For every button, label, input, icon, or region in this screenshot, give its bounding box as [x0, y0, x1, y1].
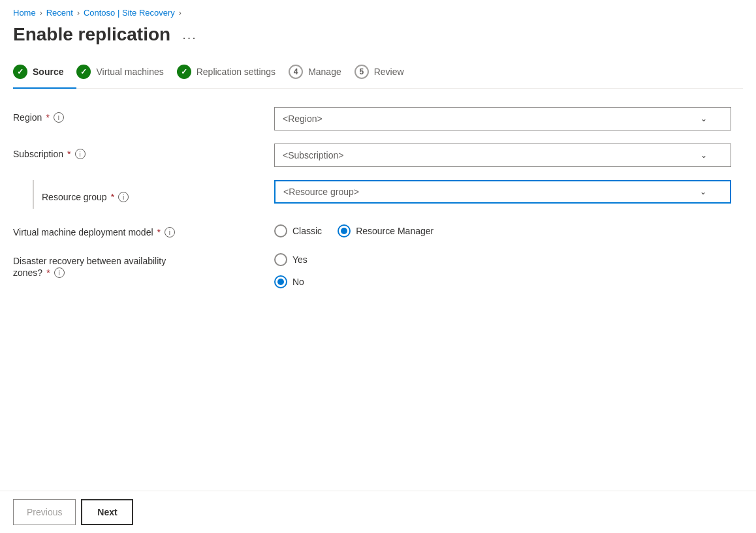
- resource-group-chevron-icon: ⌄: [700, 187, 706, 196]
- step-icon-manage: 4: [289, 65, 303, 79]
- deployment-model-classic-option[interactable]: Classic: [274, 224, 322, 237]
- subscription-label: Subscription * i: [13, 144, 261, 159]
- disaster-recovery-no-radio: [274, 275, 287, 288]
- resource-group-control: <Resource group> ⌄: [274, 180, 731, 209]
- resource-group-label: Resource group * i: [39, 180, 261, 209]
- disaster-recovery-label: Disaster recovery between availability z…: [13, 251, 261, 278]
- region-select[interactable]: <Region> ⌄: [274, 107, 731, 130]
- wizard-step-source[interactable]: ✓ Source: [13, 58, 76, 88]
- deployment-model-classic-label: Classic: [292, 226, 322, 236]
- region-select-value: <Region>: [283, 114, 323, 124]
- deployment-model-resource-manager-dot: [341, 228, 347, 234]
- disaster-recovery-yes-radio: [274, 253, 287, 266]
- checkmark-icon-2: ✓: [80, 67, 87, 76]
- resource-group-info-icon[interactable]: i: [118, 192, 129, 202]
- deployment-model-control: Classic Resource Manager: [274, 222, 731, 237]
- footer: Previous Next: [0, 491, 756, 533]
- disaster-recovery-radio-group: Yes No: [274, 251, 731, 288]
- more-options-button[interactable]: ...: [178, 26, 201, 44]
- deployment-model-required: *: [157, 227, 161, 237]
- deployment-model-row: Virtual machine deployment model * i Cla…: [13, 222, 731, 237]
- deployment-model-resource-manager-label: Resource Manager: [356, 226, 433, 236]
- disaster-recovery-label-text-line2: zones?: [13, 267, 42, 278]
- deployment-model-resource-manager-option[interactable]: Resource Manager: [338, 224, 433, 237]
- disaster-recovery-required: *: [46, 267, 50, 278]
- breadcrumb-sep-3: ›: [179, 8, 181, 18]
- step-label-source: Source: [33, 67, 63, 77]
- disaster-recovery-no-option[interactable]: No: [274, 275, 731, 288]
- region-label-text: Region: [13, 112, 42, 123]
- wizard-step-review[interactable]: 5 Review: [354, 58, 417, 88]
- subscription-required: *: [67, 149, 71, 159]
- subscription-info-icon[interactable]: i: [75, 149, 86, 159]
- subscription-row: Subscription * i <Subscription> ⌄: [13, 144, 731, 167]
- subscription-label-text: Subscription: [13, 149, 63, 159]
- region-row: Region * i <Region> ⌄: [13, 107, 731, 130]
- step-label-manage: Manage: [308, 67, 341, 77]
- main-content: ✓ Source ✓ Virtual machines ✓ Replicatio…: [0, 58, 756, 491]
- disaster-recovery-label-text-line1: Disaster recovery between availability: [13, 256, 166, 266]
- resource-group-required: *: [111, 192, 114, 202]
- breadcrumb-home[interactable]: Home: [13, 8, 36, 18]
- step-icon-replication-settings: ✓: [177, 65, 191, 79]
- disaster-recovery-yes-option[interactable]: Yes: [274, 253, 731, 266]
- region-label: Region * i: [13, 107, 261, 123]
- breadcrumb-contoso[interactable]: Contoso | Site Recovery: [84, 8, 175, 18]
- region-required: *: [46, 112, 49, 123]
- subscription-chevron-icon: ⌄: [701, 151, 707, 160]
- disaster-recovery-info-icon[interactable]: i: [54, 267, 65, 278]
- region-info-icon[interactable]: i: [54, 112, 64, 123]
- resource-group-select[interactable]: <Resource group> ⌄: [274, 180, 731, 204]
- breadcrumb-sep-2: ›: [77, 8, 80, 18]
- checkmark-icon-3: ✓: [181, 67, 187, 76]
- subscription-select[interactable]: <Subscription> ⌄: [274, 144, 731, 167]
- page-title: Enable replication: [13, 24, 170, 45]
- disaster-recovery-no-label: No: [292, 277, 304, 287]
- step-label-replication-settings: Replication settings: [197, 67, 276, 77]
- breadcrumb: Home › Recent › Contoso | Site Recovery …: [0, 0, 756, 22]
- step-label-review: Review: [374, 67, 404, 77]
- page-header: Enable replication ...: [0, 22, 756, 58]
- checkmark-icon: ✓: [17, 67, 24, 76]
- subscription-select-value: <Subscription>: [283, 150, 343, 160]
- breadcrumb-recent[interactable]: Recent: [46, 8, 73, 18]
- wizard-step-virtual-machines[interactable]: ✓ Virtual machines: [76, 58, 176, 88]
- disaster-recovery-row: Disaster recovery between availability z…: [13, 251, 731, 288]
- disaster-recovery-control: Yes No: [274, 251, 731, 288]
- deployment-model-info-icon[interactable]: i: [165, 227, 175, 237]
- disaster-recovery-yes-label: Yes: [292, 254, 307, 265]
- deployment-model-classic-radio: [274, 224, 287, 237]
- region-control: <Region> ⌄: [274, 107, 731, 130]
- breadcrumb-sep-1: ›: [40, 8, 42, 18]
- disaster-recovery-label-line1: Disaster recovery between availability: [13, 256, 166, 266]
- region-chevron-icon: ⌄: [701, 114, 707, 123]
- wizard-steps: ✓ Source ✓ Virtual machines ✓ Replicatio…: [13, 58, 743, 89]
- form-section: Region * i <Region> ⌄ Subscription * i <…: [13, 107, 731, 288]
- deployment-model-resource-manager-radio: [338, 224, 351, 237]
- step-icon-virtual-machines: ✓: [76, 65, 91, 79]
- wizard-step-manage[interactable]: 4 Manage: [289, 58, 354, 88]
- deployment-model-label: Virtual machine deployment model * i: [13, 222, 261, 237]
- subscription-control: <Subscription> ⌄: [274, 144, 731, 167]
- next-button[interactable]: Next: [81, 499, 133, 525]
- deployment-model-label-text: Virtual machine deployment model: [13, 227, 153, 237]
- deployment-model-radio-group: Classic Resource Manager: [274, 222, 731, 237]
- resource-group-select-value: <Resource group>: [283, 187, 359, 197]
- wizard-step-replication-settings[interactable]: ✓ Replication settings: [177, 58, 289, 88]
- resource-group-label-text: Resource group: [42, 192, 107, 202]
- step-icon-source: ✓: [13, 65, 27, 79]
- step-label-virtual-machines: Virtual machines: [96, 67, 163, 77]
- disaster-recovery-label-line2: zones? * i: [13, 267, 65, 278]
- previous-button[interactable]: Previous: [13, 499, 76, 525]
- disaster-recovery-no-dot: [277, 279, 284, 285]
- step-icon-review: 5: [354, 65, 369, 79]
